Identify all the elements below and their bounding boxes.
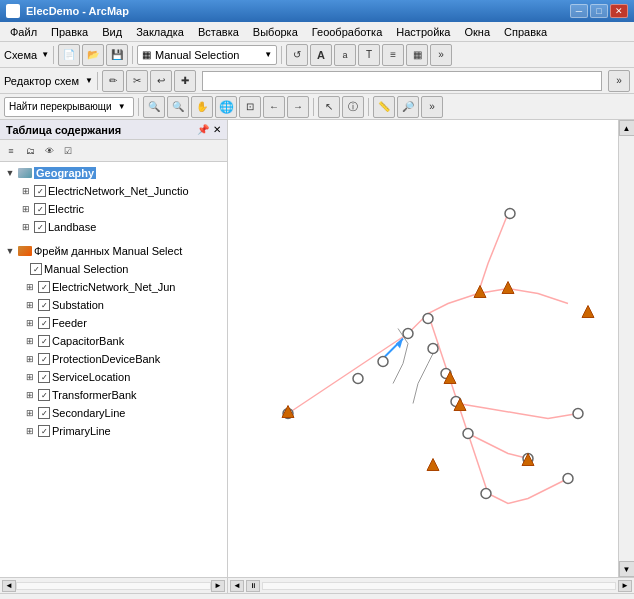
toolbar-btn-extra2[interactable]: ▦	[406, 44, 428, 66]
layer-electric[interactable]: ⊞ Electric	[0, 200, 227, 218]
expand-landbase[interactable]: ⊞	[20, 221, 32, 233]
toc-hscroll-track[interactable]	[16, 582, 211, 590]
open-button[interactable]: 📂	[82, 44, 104, 66]
checkbox-feeder[interactable]	[38, 317, 50, 329]
expand-electric[interactable]: ⊞	[20, 203, 32, 215]
map-scrollbar-right[interactable]: ▲ ▼	[618, 120, 634, 577]
toc-selection-view[interactable]: ☑	[59, 142, 77, 160]
group-manualselect[interactable]: ▼ Фрейм данных Manual Select	[0, 242, 227, 260]
layer-feeder[interactable]: ⊞ Feeder	[0, 314, 227, 332]
minimize-button[interactable]: ─	[570, 4, 588, 18]
layer-electricnetwork-junction[interactable]: ⊞ ElectricNetwork_Net_Junctio	[0, 182, 227, 200]
checkbox-prot[interactable]	[38, 353, 50, 365]
new-map-button[interactable]: 📄	[58, 44, 80, 66]
toc-source-view[interactable]: 🗂	[21, 142, 39, 160]
map-area[interactable]	[228, 120, 618, 577]
checkbox-electric[interactable]	[34, 203, 46, 215]
globe-button[interactable]: 🌐	[215, 96, 237, 118]
layer-capacitorbank[interactable]: ⊞ CapacitorBank	[0, 332, 227, 350]
close-button[interactable]: ✕	[610, 4, 628, 18]
expand-ejunction[interactable]: ⊞	[20, 185, 32, 197]
menu-bookmark[interactable]: Закладка	[130, 24, 190, 40]
toc-horizontal-scrollbar[interactable]: ◄ ►	[0, 578, 228, 594]
scroll-right-toc[interactable]: ►	[211, 580, 225, 592]
checkbox-cap[interactable]	[38, 335, 50, 347]
pause-button[interactable]: ⏸	[246, 580, 260, 592]
text-btn-a[interactable]: a	[334, 44, 356, 66]
save-button[interactable]: 💾	[106, 44, 128, 66]
editor-btn1[interactable]: ✏	[102, 70, 124, 92]
pan-button[interactable]: ✋	[191, 96, 213, 118]
expand-cap[interactable]: ⊞	[24, 335, 36, 347]
forward-button[interactable]: →	[287, 96, 309, 118]
expand-svc[interactable]: ⊞	[24, 371, 36, 383]
checkbox-landbase[interactable]	[34, 221, 46, 233]
scroll-left-map[interactable]: ◄	[230, 580, 244, 592]
menu-geoprocess[interactable]: Геообработка	[306, 24, 389, 40]
maximize-button[interactable]: □	[590, 4, 608, 18]
scroll-right-map[interactable]: ►	[618, 580, 632, 592]
scroll-up-button[interactable]: ▲	[619, 120, 635, 136]
info-button[interactable]: ⓘ	[342, 96, 364, 118]
expand-manualselect[interactable]: ▼	[4, 245, 16, 257]
expand-pri[interactable]: ⊞	[24, 425, 36, 437]
map-hscroll-track[interactable]	[262, 582, 616, 590]
checkbox-pri[interactable]	[38, 425, 50, 437]
layer-electricnetwork-jun[interactable]: ⊞ ElectricNetwork_Net_Jun	[0, 278, 227, 296]
window-controls[interactable]: ─ □ ✕	[570, 4, 628, 18]
checkbox-ej[interactable]	[38, 281, 50, 293]
layer-primaryline[interactable]: ⊞ PrimaryLine	[0, 422, 227, 440]
expand-sub[interactable]: ⊞	[24, 299, 36, 311]
checkbox-ejunction[interactable]	[34, 185, 46, 197]
expand-ms[interactable]	[16, 263, 28, 275]
editor-dropdown-arrow[interactable]: ▼	[85, 76, 93, 85]
editor-overflow[interactable]: »	[608, 70, 630, 92]
toolbar-find-overflow[interactable]: »	[421, 96, 443, 118]
layer-protectiondevicebank[interactable]: ⊞ ProtectionDeviceBank	[0, 350, 227, 368]
checkbox-sec[interactable]	[38, 407, 50, 419]
manual-selection-dropdown[interactable]: ▦ Manual Selection ▼	[137, 45, 277, 65]
toc-pin[interactable]: 📌	[197, 124, 209, 135]
editor-input[interactable]	[202, 71, 602, 91]
scroll-left-toc[interactable]: ◄	[2, 580, 16, 592]
zoom-out-button[interactable]: 🔍	[167, 96, 189, 118]
menu-settings[interactable]: Настройка	[390, 24, 456, 40]
map-horizontal-scrollbar[interactable]: ◄ ⏸ ►	[228, 578, 634, 594]
text-btn-t[interactable]: T	[358, 44, 380, 66]
text-btn-A[interactable]: A	[310, 44, 332, 66]
full-extent-button[interactable]: ⊡	[239, 96, 261, 118]
overflow-btn[interactable]: »	[430, 44, 452, 66]
checkbox-trans[interactable]	[38, 389, 50, 401]
schema-dropdown-arrow[interactable]: ▼	[41, 50, 49, 59]
editor-btn4[interactable]: ✚	[174, 70, 196, 92]
checkbox-svc[interactable]	[38, 371, 50, 383]
expand-geography[interactable]: ▼	[4, 167, 16, 179]
scroll-down-button[interactable]: ▼	[619, 561, 635, 577]
layer-manualselection[interactable]: Manual Selection	[0, 260, 227, 278]
checkbox-sub[interactable]	[38, 299, 50, 311]
editor-btn3[interactable]: ↩	[150, 70, 172, 92]
layer-transformerbank[interactable]: ⊞ TransformerBank	[0, 386, 227, 404]
zoom-in-button[interactable]: 🔍	[143, 96, 165, 118]
layer-secondaryline[interactable]: ⊞ SecondaryLine	[0, 404, 227, 422]
select-button[interactable]: ↖	[318, 96, 340, 118]
expand-prot[interactable]: ⊞	[24, 353, 36, 365]
toc-visibility-view[interactable]: 👁	[40, 142, 58, 160]
layer-substation[interactable]: ⊞ Substation	[0, 296, 227, 314]
find-button[interactable]: 🔎	[397, 96, 419, 118]
menu-select[interactable]: Выборка	[247, 24, 304, 40]
toc-close-button[interactable]: ✕	[213, 124, 221, 135]
expand-ej[interactable]: ⊞	[24, 281, 36, 293]
measure-button[interactable]: 📏	[373, 96, 395, 118]
expand-sec[interactable]: ⊞	[24, 407, 36, 419]
toolbar-btn-extra1[interactable]: ≡	[382, 44, 404, 66]
checkbox-ms[interactable]	[30, 263, 42, 275]
menu-view[interactable]: Вид	[96, 24, 128, 40]
refresh-button[interactable]: ↺	[286, 44, 308, 66]
menu-insert[interactable]: Вставка	[192, 24, 245, 40]
expand-feeder[interactable]: ⊞	[24, 317, 36, 329]
menu-help[interactable]: Справка	[498, 24, 553, 40]
group-geography[interactable]: ▼ Geography	[0, 164, 227, 182]
menu-windows[interactable]: Окна	[458, 24, 496, 40]
find-overlapping-dropdown[interactable]: Найти перекрывающи ▼	[4, 97, 134, 117]
